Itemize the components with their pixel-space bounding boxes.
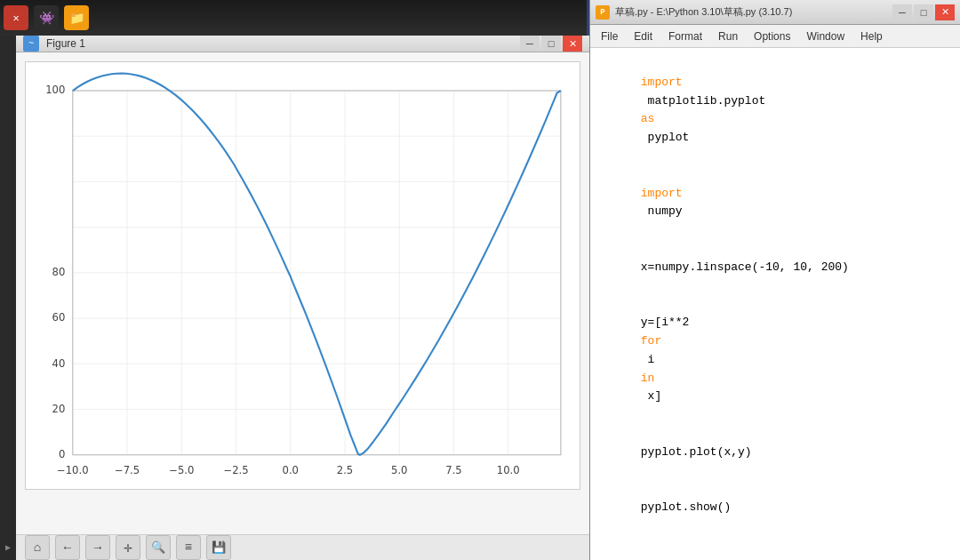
svg-text:−7.5: −7.5 [115, 464, 140, 476]
idle-window: P 草稿.py - E:\Python 3.10\草稿.py (3.10.7) … [589, 0, 960, 560]
code-line-6: pyplot.show() [599, 480, 951, 535]
keyword-import-1: import [641, 76, 683, 89]
keyword-import-2: import [641, 187, 683, 200]
left-sidebar: ▶ [0, 36, 16, 560]
menu-window[interactable]: Window [799, 28, 852, 44]
plot-svg: 0 20 40 60 80 100 −10.0 −7.5 −5.0 −2.5 0… [26, 62, 580, 489]
code-show: pyplot.show() [641, 500, 731, 514]
forward-button[interactable]: → [85, 535, 110, 560]
plot-area: 0 20 40 60 80 100 −10.0 −7.5 −5.0 −2.5 0… [25, 61, 580, 490]
svg-text:0.0: 0.0 [283, 464, 299, 476]
figure-title-icon: ~ [23, 36, 39, 52]
menu-run[interactable]: Run [711, 28, 745, 44]
figure-toolbar: ⌂ ← → ✛ 🔍 ≡ 💾 [16, 534, 589, 560]
code-y-mid: i [641, 353, 661, 366]
config-icon: ≡ [185, 540, 192, 555]
menu-edit[interactable]: Edit [627, 28, 660, 44]
svg-text:5.0: 5.0 [391, 464, 407, 476]
svg-text:40: 40 [52, 356, 66, 369]
maximize-button[interactable]: □ [541, 36, 561, 52]
taskbar-icon-character[interactable]: 👾 [34, 5, 59, 30]
svg-text:2.5: 2.5 [337, 464, 353, 476]
idle-minimize-button[interactable]: ─ [892, 4, 912, 20]
red-icon-symbol: ✕ [12, 12, 19, 25]
minimize-button[interactable]: ─ [520, 36, 540, 52]
code-y-end: x] [641, 389, 661, 403]
back-icon: ← [64, 540, 71, 555]
code-line-1: import matplotlib.pyplot as pyplot [599, 55, 951, 166]
svg-text:−2.5: −2.5 [223, 464, 248, 476]
keyword-in: in [641, 372, 655, 385]
svg-text:7.5: 7.5 [445, 464, 461, 476]
svg-text:80: 80 [52, 266, 66, 278]
svg-text:−5.0: −5.0 [169, 464, 194, 476]
menu-help[interactable]: Help [853, 28, 890, 44]
code-lib-numpy: numpy [641, 204, 683, 218]
taskbar: ✕ 👾 📁 [0, 0, 587, 36]
code-plot: pyplot.plot(x,y) [641, 445, 752, 459]
svg-text:20: 20 [52, 403, 66, 415]
svg-text:0: 0 [59, 448, 65, 460]
idle-title-icon: P [596, 5, 610, 20]
parabola-curve [73, 74, 561, 455]
idle-icon-text: P [600, 8, 604, 17]
svg-text:60: 60 [52, 311, 66, 324]
svg-text:10.0: 10.0 [497, 464, 520, 476]
config-button[interactable]: ≡ [176, 535, 201, 560]
code-line-5: pyplot.plot(x,y) [599, 425, 951, 480]
code-line-3: x=numpy.linspace(-10, 10, 200) [599, 240, 951, 295]
code-line-4: y=[i**2 for i in x] [599, 295, 951, 425]
save-button[interactable]: 💾 [206, 535, 231, 560]
folder-icon-symbol: 📁 [69, 11, 84, 26]
forward-icon: → [94, 540, 101, 555]
keyword-for: for [641, 334, 661, 348]
idle-window-controls: ─ □ ✕ [892, 4, 955, 20]
taskbar-icon-red[interactable]: ✕ [4, 5, 28, 30]
pan-icon: ✛ [124, 539, 132, 556]
menu-options[interactable]: Options [747, 28, 797, 44]
menu-file[interactable]: File [594, 28, 625, 44]
pan-button[interactable]: ✛ [116, 535, 140, 560]
code-alias-pyplot: pyplot [641, 131, 690, 144]
home-icon: ⌂ [34, 540, 41, 555]
back-button[interactable]: ← [55, 535, 80, 560]
code-line-2: import numpy [599, 166, 951, 240]
home-button[interactable]: ⌂ [25, 535, 50, 560]
taskbar-icon-folder[interactable]: 📁 [64, 5, 89, 30]
code-linspace: x=numpy.linspace(-10, 10, 200) [641, 260, 849, 274]
idle-close-button[interactable]: ✕ [935, 4, 955, 20]
menu-format[interactable]: Format [661, 28, 709, 44]
idle-title-text: 草稿.py - E:\Python 3.10\草稿.py (3.10.7) [615, 5, 887, 19]
idle-maximize-button[interactable]: □ [914, 4, 933, 20]
idle-titlebar: P 草稿.py - E:\Python 3.10\草稿.py (3.10.7) … [590, 0, 960, 25]
figure-icon-text: ~ [28, 39, 34, 49]
sidebar-arrow-up[interactable]: ▶ [2, 539, 14, 556]
zoom-icon: 🔍 [151, 540, 165, 555]
code-y-start: y=[i**2 [641, 316, 696, 329]
idle-menubar: File Edit Format Run Options Window Help [590, 25, 960, 48]
code-lib-matplotlib: matplotlib.pyplot [641, 94, 772, 108]
figure-title-text: Figure 1 [46, 37, 513, 50]
svg-text:100: 100 [45, 84, 65, 96]
keyword-as: as [641, 112, 655, 125]
zoom-button[interactable]: 🔍 [146, 535, 171, 560]
character-icon-symbol: 👾 [39, 11, 54, 26]
figure-content: 0 20 40 60 80 100 −10.0 −7.5 −5.0 −2.5 0… [16, 52, 589, 534]
save-icon: 💾 [212, 540, 226, 555]
close-button[interactable]: ✕ [563, 36, 582, 52]
figure-window: ~ Figure 1 ─ □ ✕ [16, 36, 589, 560]
window-controls: ─ □ ✕ [520, 36, 582, 52]
svg-text:−10.0: −10.0 [57, 464, 89, 476]
idle-editor[interactable]: import matplotlib.pyplot as pyplot impor… [590, 48, 960, 560]
figure-titlebar: ~ Figure 1 ─ □ ✕ [16, 36, 589, 52]
